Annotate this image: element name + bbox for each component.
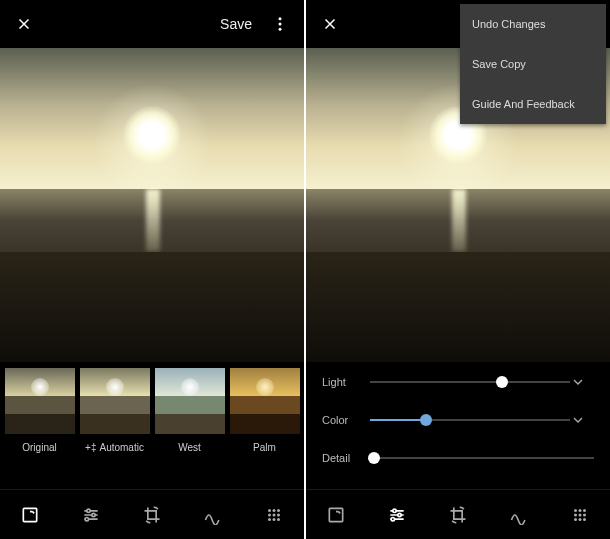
save-button[interactable]: Save (220, 16, 252, 32)
bottom-tabs (306, 489, 610, 539)
svg-point-23 (574, 513, 577, 516)
filter-original[interactable]: Original (4, 368, 75, 460)
svg-point-9 (277, 509, 280, 512)
svg-point-6 (85, 517, 88, 520)
svg-point-8 (272, 509, 275, 512)
filter-palm[interactable]: Palm (229, 368, 300, 460)
svg-point-26 (574, 518, 577, 521)
svg-point-2 (279, 28, 282, 31)
menu-undo-changes[interactable]: Undo Changes (460, 4, 606, 44)
tab-markup[interactable] (499, 495, 539, 535)
overflow-menu-button[interactable] (268, 12, 292, 36)
slider-label: Detail (322, 452, 370, 464)
svg-point-28 (583, 518, 586, 521)
svg-point-10 (268, 513, 271, 516)
filter-label: Palm (253, 442, 276, 453)
menu-guide-feedback[interactable]: Guide And Feedback (460, 84, 606, 124)
svg-rect-3 (24, 508, 37, 521)
svg-point-24 (578, 513, 581, 516)
tab-more[interactable] (560, 495, 600, 535)
close-button[interactable] (318, 12, 342, 36)
tab-markup[interactable] (193, 495, 233, 535)
adjust-sliders: Light Color (306, 362, 610, 470)
photo-preview (0, 48, 304, 362)
slider-light-track[interactable] (370, 370, 570, 394)
expand-color[interactable] (570, 412, 594, 428)
svg-point-4 (87, 509, 90, 512)
slider-label: Light (322, 376, 370, 388)
svg-point-5 (92, 513, 95, 516)
menu-save-copy[interactable]: Save Copy (460, 44, 606, 84)
svg-point-25 (583, 513, 586, 516)
svg-point-0 (279, 17, 282, 20)
svg-point-7 (268, 509, 271, 512)
svg-point-22 (583, 509, 586, 512)
svg-point-1 (279, 23, 282, 26)
tab-adjust[interactable] (71, 495, 111, 535)
tab-filters[interactable] (316, 495, 356, 535)
svg-point-17 (393, 509, 396, 512)
editor-screen-filters: Save Original (0, 0, 304, 539)
svg-point-15 (277, 518, 280, 521)
filter-label: Original (22, 442, 56, 453)
slider-color-track[interactable] (370, 408, 570, 432)
filter-label: West (178, 442, 201, 453)
svg-point-19 (391, 517, 394, 520)
svg-point-11 (272, 513, 275, 516)
slider-color: Color (322, 408, 594, 432)
top-bar: Save (0, 0, 304, 48)
tab-filters[interactable] (10, 495, 50, 535)
slider-detail-track[interactable] (370, 446, 594, 470)
svg-point-13 (268, 518, 271, 521)
tab-crop-rotate[interactable] (438, 495, 478, 535)
slider-detail: Detail (322, 446, 594, 470)
svg-point-27 (578, 518, 581, 521)
tab-crop-rotate[interactable] (132, 495, 172, 535)
filter-west[interactable]: West (154, 368, 225, 460)
svg-point-21 (578, 509, 581, 512)
svg-point-14 (272, 518, 275, 521)
bottom-tabs (0, 489, 304, 539)
svg-point-20 (574, 509, 577, 512)
svg-point-12 (277, 513, 280, 516)
filter-label: +‡Automatic (85, 442, 144, 453)
filter-strip: Original +‡Automatic West Palm (0, 362, 304, 460)
tab-adjust[interactable] (377, 495, 417, 535)
close-button[interactable] (12, 12, 36, 36)
slider-label: Color (322, 414, 370, 426)
editor-screen-adjust: Undo Changes Save Copy Guide And Feedbac… (306, 0, 610, 539)
slider-light: Light (322, 370, 594, 394)
svg-rect-16 (330, 508, 343, 521)
svg-point-18 (398, 513, 401, 516)
expand-light[interactable] (570, 374, 594, 390)
filter-automatic[interactable]: +‡Automatic (79, 368, 150, 460)
auto-icon: +‡ (85, 442, 96, 453)
overflow-menu: Undo Changes Save Copy Guide And Feedbac… (460, 4, 606, 124)
tab-more[interactable] (254, 495, 294, 535)
